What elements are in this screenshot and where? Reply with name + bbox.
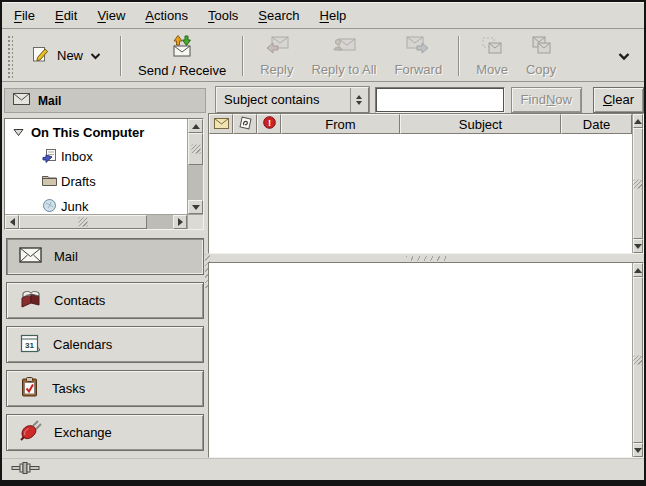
move-label: Move [476, 62, 508, 77]
find-now-button[interactable]: Find Now [511, 87, 582, 113]
tree-item-label: Junk [61, 199, 88, 214]
copy-icon [529, 35, 553, 60]
copy-button[interactable]: Copy [517, 32, 565, 80]
shortcut-tasks-button[interactable]: Tasks [6, 370, 204, 407]
column-date[interactable]: Date [561, 114, 632, 134]
evolution-window: File Edit View Actions Tools Search Help… [0, 0, 646, 486]
tree-vertical-scrollbar[interactable] [187, 119, 203, 214]
column-attachment[interactable] [233, 114, 257, 134]
message-list-column-headers: ! From Subject Date [209, 114, 632, 134]
menu-view[interactable]: View [87, 4, 135, 27]
scrollbar-thumb[interactable] [633, 128, 643, 239]
scrollbar-thumb[interactable] [19, 215, 147, 229]
forward-button[interactable]: Forward [385, 32, 451, 80]
scroll-down-button[interactable] [633, 239, 643, 253]
forward-icon [405, 35, 431, 60]
reply-label: Reply [260, 62, 293, 77]
scroll-right-button[interactable] [173, 215, 187, 229]
scroll-up-button[interactable] [188, 119, 203, 133]
preview-body[interactable] [209, 263, 632, 457]
scroll-down-button[interactable] [633, 443, 643, 457]
shortcut-label: Tasks [52, 381, 85, 396]
tree-root-label: On This Computer [31, 125, 144, 140]
chevron-down-icon [90, 48, 101, 63]
tree-horizontal-scrollbar[interactable] [5, 214, 187, 229]
shortcut-label: Exchange [54, 425, 112, 440]
expander-icon[interactable] [13, 125, 24, 140]
preview-scrollbar[interactable] [632, 263, 643, 457]
message-list-body[interactable] [209, 134, 632, 253]
shortcut-contacts-button[interactable]: Contacts [6, 282, 204, 319]
column-subject[interactable]: Subject [400, 114, 561, 134]
toolbar-overflow-button[interactable] [612, 43, 636, 69]
menu-tools[interactable]: Tools [198, 4, 248, 27]
mail-icon [19, 247, 42, 266]
sidebar-header: Mail [4, 88, 206, 113]
scrollbar-thumb[interactable] [633, 277, 643, 443]
menu-bar: File Edit View Actions Tools Search Help [2, 2, 644, 29]
toolbar-drag-handle[interactable] [6, 34, 13, 78]
pane-splitter[interactable] [208, 254, 644, 262]
shortcut-exchange-button[interactable]: Exchange [6, 414, 204, 451]
move-button[interactable]: Move [467, 32, 517, 80]
mail-header-icon [13, 93, 30, 108]
scroll-left-button[interactable] [5, 215, 19, 229]
menu-actions[interactable]: Actions [135, 4, 198, 27]
tree-item-drafts[interactable]: Drafts [5, 169, 187, 194]
message-list-scrollbar[interactable] [632, 114, 643, 253]
message-list-pane: ! From Subject Date [208, 113, 644, 254]
search-bar: Subject contains Find Now Clear [208, 86, 644, 113]
reply-to-all-icon [331, 35, 357, 60]
column-from[interactable]: From [281, 114, 400, 134]
toolbar-separator [242, 36, 244, 76]
scroll-down-button[interactable] [188, 200, 203, 214]
menu-edit[interactable]: Edit [45, 4, 87, 27]
tree-item-junk[interactable]: Junk [5, 194, 187, 214]
drafts-folder-icon [41, 172, 58, 191]
folder-tree: On This Computer Inbox [4, 118, 204, 230]
toolbar-separator [120, 36, 122, 76]
dropdown-arrow-icon [350, 88, 368, 112]
calendar-icon: 31 [19, 333, 41, 357]
priority-icon: ! [263, 116, 276, 132]
send-receive-label: Send / Receive [138, 63, 226, 78]
search-input[interactable] [375, 87, 505, 113]
copy-label: Copy [526, 62, 556, 77]
search-filter-value: Subject contains [217, 92, 350, 107]
compose-icon [31, 45, 50, 67]
inbox-folder-icon [41, 147, 58, 166]
shortcut-calendars-button[interactable]: 31 Calendars [6, 326, 204, 363]
tree-item-label: Drafts [61, 174, 96, 189]
menu-search[interactable]: Search [248, 4, 309, 27]
scroll-up-button[interactable] [633, 263, 643, 277]
column-message-status[interactable] [209, 114, 233, 134]
svg-text:31: 31 [25, 340, 34, 349]
new-button[interactable]: New [19, 34, 113, 78]
reply-button[interactable]: Reply [251, 32, 302, 80]
shortcut-mail-button[interactable]: Mail [6, 238, 204, 275]
scrollbar-track[interactable] [188, 165, 203, 200]
scroll-up-button[interactable] [633, 114, 643, 128]
move-icon [480, 35, 504, 60]
tasks-icon [19, 376, 40, 401]
scrollbar-track[interactable] [147, 215, 173, 229]
send-receive-button[interactable]: Send / Receive [129, 32, 235, 80]
column-priority[interactable]: ! [257, 114, 281, 134]
tree-item-label: Inbox [61, 149, 93, 164]
search-filter-dropdown[interactable]: Subject contains [216, 87, 369, 113]
clear-button[interactable]: Clear [593, 87, 644, 113]
toolbar: New Send / Receive [2, 30, 644, 82]
message-status-icon [214, 117, 229, 132]
status-bar [2, 458, 644, 480]
menu-file[interactable]: File [4, 4, 45, 27]
toolbar-separator [458, 36, 460, 76]
sidebar-header-label: Mail [38, 94, 61, 108]
tree-item-on-this-computer[interactable]: On This Computer [5, 123, 187, 144]
menu-help[interactable]: Help [310, 4, 357, 27]
shortcut-label: Calendars [53, 337, 112, 352]
tree-item-inbox[interactable]: Inbox [5, 144, 187, 169]
online-connector-icon[interactable] [11, 461, 41, 479]
exchange-icon [19, 420, 42, 445]
scrollbar-thumb[interactable] [188, 133, 203, 165]
reply-to-all-button[interactable]: Reply to All [302, 32, 385, 80]
